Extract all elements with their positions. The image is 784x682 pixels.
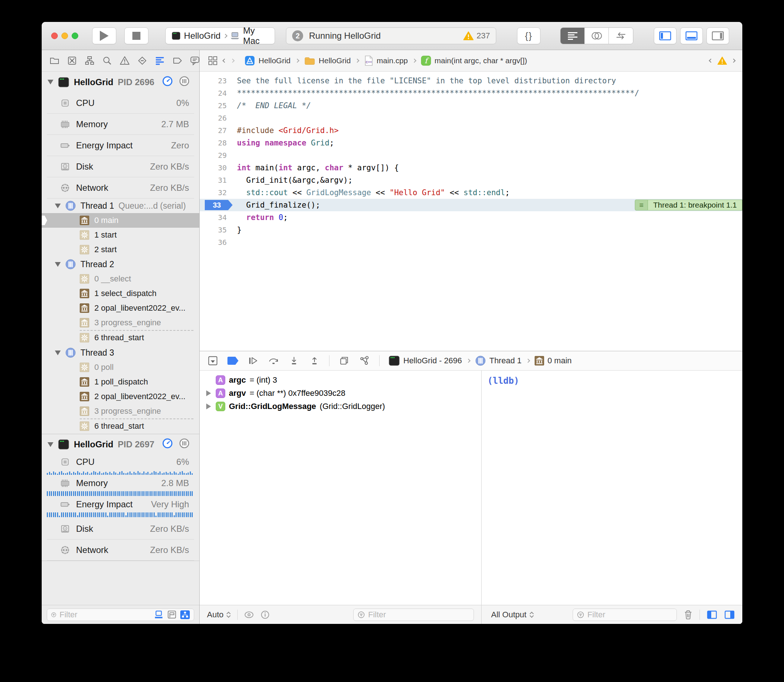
code-text[interactable]: return 0; <box>227 213 288 222</box>
view-hierarchy-button[interactable] <box>338 355 350 366</box>
stat-row-network[interactable]: NetworkZero KB/s <box>42 539 199 561</box>
thread-row[interactable]: Thread 3 <box>42 346 199 360</box>
breadcrumb-item[interactable]: HelloGrid <box>304 56 351 66</box>
frame-row[interactable]: 1 start <box>42 228 199 242</box>
code-line[interactable]: 36 <box>200 236 742 249</box>
frame-row[interactable]: 3 progress_engine <box>42 404 199 419</box>
code-line[interactable]: 27#include <Grid/Grid.h> <box>200 124 742 137</box>
line-number[interactable]: 25 <box>200 99 227 112</box>
variables-filter-field[interactable] <box>353 609 474 621</box>
continue-button[interactable] <box>247 355 259 366</box>
frame-row[interactable]: 0 poll <box>42 360 199 374</box>
frame-row[interactable]: 2 start <box>42 242 199 257</box>
breadcrumb-item[interactable]: HelloGrid <box>244 55 291 66</box>
disclosure-triangle-icon[interactable] <box>205 390 212 396</box>
toggle-console-view-button[interactable] <box>724 610 735 620</box>
debug-jump-item[interactable]: HelloGrid - 2696 <box>388 355 462 366</box>
run-button[interactable] <box>92 27 116 44</box>
frame-row[interactable]: 3 progress_engine <box>42 316 199 330</box>
filter-hierarchy-icon[interactable] <box>180 610 190 620</box>
code-text[interactable]: ****************************************… <box>227 89 639 97</box>
frame-row[interactable]: 1 poll_dispatch <box>42 374 199 389</box>
toggle-navigator-button[interactable] <box>654 27 677 44</box>
debug-navigator-tab[interactable] <box>154 55 165 66</box>
code-line[interactable]: 28using namespace Grid; <box>200 137 742 149</box>
disclosure-triangle-icon[interactable] <box>48 442 53 447</box>
console-view[interactable]: (lldb) <box>482 371 742 605</box>
stat-row-cpu[interactable]: CPU0% <box>42 92 199 114</box>
line-number[interactable]: 29 <box>200 149 227 161</box>
report-navigator-tab[interactable] <box>189 55 200 66</box>
source-editor[interactable]: 23See the full license in the file "LICE… <box>200 72 742 351</box>
variables-scope-selector[interactable]: Auto <box>207 610 232 620</box>
code-line[interactable]: 31 Grid_init(&argc,&argv); <box>200 174 742 186</box>
code-text[interactable] <box>227 238 237 247</box>
standard-editor-button[interactable] <box>560 28 585 44</box>
breadcrumb-item[interactable]: C++main.cpp <box>364 55 408 66</box>
test-navigator-tab[interactable] <box>137 55 148 66</box>
code-line[interactable]: 34 return 0; <box>200 211 742 224</box>
line-number[interactable]: 32 <box>200 186 227 199</box>
console-filter-field[interactable] <box>573 609 677 621</box>
process-header-row[interactable]: HelloGridPID 2696 <box>42 72 199 92</box>
back-button[interactable] <box>222 59 226 62</box>
code-line[interactable]: 32 std::cout << GridLogMessage << "Hello… <box>200 186 742 199</box>
filter-flag-icon[interactable] <box>167 610 177 620</box>
info-icon[interactable] <box>260 610 270 620</box>
source-control-tab[interactable] <box>67 55 78 66</box>
debug-jump-item[interactable]: Thread 1 <box>475 355 521 366</box>
breakpoint-badge[interactable]: 33 <box>205 200 233 210</box>
issue-warning-icon[interactable] <box>717 56 727 65</box>
navigator-filter-field[interactable] <box>47 609 194 621</box>
breadcrumb-item[interactable]: fmain(int argc, char * argv[]) <box>421 56 527 66</box>
line-number[interactable]: 31 <box>200 174 227 186</box>
stat-row-energy-impact[interactable]: Energy ImpactVery High <box>42 497 199 518</box>
frame-row[interactable]: 6 thread_start <box>42 330 199 346</box>
stat-row-disk[interactable]: DiskZero KB/s <box>42 518 199 539</box>
code-line[interactable]: 30int main(int argc, char * argv[]) { <box>200 161 742 174</box>
step-over-button[interactable] <box>268 355 279 366</box>
gauges-button[interactable] <box>162 438 173 451</box>
code-text[interactable] <box>227 151 237 160</box>
code-text[interactable]: /* END LEGAL */ <box>227 101 311 110</box>
variable-row[interactable]: Aargv= (char **) 0x7ffee9039c28 <box>200 387 481 400</box>
code-line[interactable]: 29 <box>200 149 742 161</box>
variables-view[interactable]: Aargc= (int) 3Aargv= (char **) 0x7ffee90… <box>200 371 482 605</box>
code-text[interactable]: See the full license in the file "LICENS… <box>227 76 616 85</box>
code-snippet-button[interactable]: {} <box>517 27 540 44</box>
breakpoint-annotation[interactable]: ≡Thread 1: breakpoint 1.1 <box>635 199 742 210</box>
minimize-window-button[interactable] <box>61 32 68 39</box>
line-number[interactable]: 23 <box>200 75 227 87</box>
console-scope-selector[interactable]: All Output <box>491 610 535 620</box>
frame-row[interactable]: 0 main <box>42 213 199 228</box>
previous-issue-button[interactable] <box>709 59 713 62</box>
warning-indicator[interactable]: 237 <box>463 31 490 41</box>
forward-button[interactable] <box>230 59 235 62</box>
variable-row[interactable]: Aargc= (int) 3 <box>200 373 481 387</box>
console-filter-input[interactable] <box>587 610 673 620</box>
hide-debug-area-button[interactable] <box>207 355 219 366</box>
thread-states-button[interactable] <box>179 438 190 451</box>
line-number[interactable]: 36 <box>200 236 227 249</box>
clear-console-button[interactable] <box>683 610 693 620</box>
frame-row[interactable]: 2 opal_libevent2022_ev... <box>42 389 199 404</box>
close-window-button[interactable] <box>51 32 58 39</box>
line-number[interactable]: 30 <box>200 161 227 174</box>
assistant-editor-button[interactable] <box>585 28 609 44</box>
stat-row-memory[interactable]: Memory2.7 MB <box>42 114 199 135</box>
toggle-debug-area-button[interactable] <box>680 27 703 44</box>
line-number[interactable]: 35 <box>200 224 227 236</box>
disclosure-triangle-icon[interactable] <box>55 262 61 267</box>
line-number[interactable]: 28 <box>200 137 227 149</box>
code-line[interactable]: 35} <box>200 224 742 236</box>
toggle-inspectors-button[interactable] <box>706 27 729 44</box>
issue-navigator-tab[interactable] <box>119 55 130 66</box>
filter-running-icon[interactable] <box>153 610 164 620</box>
frame-row[interactable]: 2 opal_libevent2022_ev... <box>42 301 199 316</box>
scheme-selector[interactable]: HelloGrid My Mac <box>165 27 275 44</box>
line-number[interactable]: 27 <box>200 124 227 137</box>
code-text[interactable]: std::cout << GridLogMessage << "Hello Gr… <box>227 188 510 197</box>
code-text[interactable]: Grid_init(&argc,&argv); <box>227 176 353 185</box>
breakpoints-toggle-button[interactable] <box>227 357 238 365</box>
code-text[interactable]: #include <Grid/Grid.h> <box>227 126 339 135</box>
